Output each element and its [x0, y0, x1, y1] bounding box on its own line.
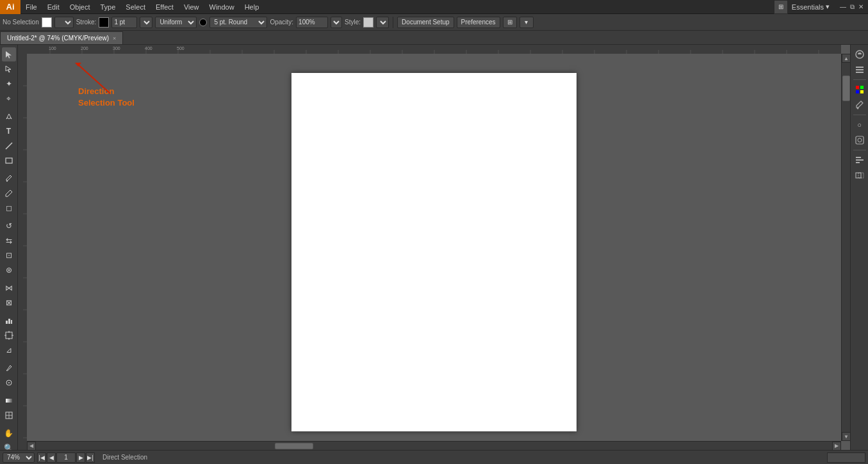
menu-window[interactable]: Window	[204, 0, 240, 13]
line-tool[interactable]	[2, 139, 16, 153]
document-setup-button[interactable]: Document Setup	[397, 17, 454, 28]
svg-point-12	[8, 382, 10, 383]
canvas-viewport[interactable]: Direction Selection Tool	[27, 54, 841, 450]
eraser-tool[interactable]: ◻	[2, 201, 16, 215]
scroll-thumb-v[interactable]	[842, 76, 850, 101]
style-select[interactable]	[376, 17, 389, 28]
zoom-select[interactable]: 74%	[3, 452, 35, 463]
artboard-tool[interactable]	[2, 328, 16, 342]
document-tab[interactable]: Untitled-2* @ 74% (CMYK/Preview) ×	[0, 31, 123, 44]
tab-close[interactable]: ×	[113, 35, 116, 42]
menu-effect[interactable]: Effect	[151, 0, 179, 13]
tab-title: Untitled-2* @ 74% (CMYK/Preview)	[7, 35, 109, 42]
panel-swatches-btn[interactable]	[853, 83, 867, 97]
reflect-tool[interactable]: ⇆	[2, 234, 16, 248]
scroll-right-arrow[interactable]: ▶	[832, 442, 841, 451]
symbol-tool[interactable]: ⊠	[2, 296, 16, 310]
uniform-select[interactable]: Uniform	[155, 17, 197, 28]
brush-select[interactable]: 5 pt. Round	[209, 17, 267, 28]
page-nav: |◀ ◀ ▶ ▶|	[37, 452, 95, 463]
first-page-btn[interactable]: |◀	[37, 452, 46, 463]
paintbrush-tool[interactable]	[2, 172, 16, 186]
left-toolbar: ✦ ⌖ T ◻ ↺ ⇆ ⊡ ⊛ ⋈ ⊠	[0, 45, 18, 450]
menu-edit[interactable]: Edit	[42, 0, 65, 13]
panel-brushes-btn[interactable]	[853, 98, 867, 112]
menu-bar: Ai File Edit Object Type Select Effect V…	[0, 0, 868, 14]
ruler-horizontal: 100 200 300 400 500	[18, 45, 841, 54]
fill-swatch[interactable]	[42, 17, 52, 28]
more-options-btn[interactable]: ▾	[520, 17, 534, 28]
status-text: Direct Selection	[102, 454, 147, 461]
zoom-tool[interactable]: 🔍	[2, 441, 16, 450]
opacity-select[interactable]	[331, 17, 342, 28]
svg-text:500: 500	[177, 46, 184, 51]
arrange-icon-btn[interactable]: ⊞	[503, 17, 517, 28]
preferences-button[interactable]: Preferences	[457, 17, 500, 28]
menu-type[interactable]: Type	[95, 0, 121, 13]
scroll-track-h[interactable]	[36, 443, 832, 449]
menu-view[interactable]: View	[179, 0, 204, 13]
direct-selection-tool[interactable]	[2, 62, 16, 76]
blend-tool[interactable]: ⋈	[2, 281, 16, 295]
next-page-btn[interactable]: ▶	[76, 452, 85, 463]
type-tool[interactable]: T	[2, 124, 16, 138]
menu-help[interactable]: Help	[240, 0, 265, 13]
slice-tool[interactable]: ⊿	[2, 343, 16, 357]
prev-page-btn[interactable]: ◀	[47, 452, 56, 463]
menu-items: File Edit Object Type Select Effect View…	[20, 0, 264, 13]
scroll-up-arrow[interactable]: ▲	[842, 54, 850, 63]
workspace-icon-btn[interactable]: ⊞	[774, 0, 788, 14]
scroll-down-arrow[interactable]: ▼	[842, 432, 850, 441]
scale-tool[interactable]: ⊡	[2, 248, 16, 262]
svg-rect-72	[856, 136, 864, 144]
page-input[interactable]	[56, 452, 76, 463]
mesh-tool[interactable]	[2, 408, 16, 422]
scroll-thumb-h[interactable]	[275, 443, 313, 449]
selection-tool[interactable]	[2, 47, 16, 61]
hand-tool[interactable]: ✋	[2, 426, 16, 440]
artboard[interactable]	[291, 73, 577, 431]
scroll-track-v[interactable]	[842, 63, 850, 432]
essentials-button[interactable]: Essentials ▾	[788, 3, 833, 11]
panel-layers-btn[interactable]	[853, 63, 867, 77]
panel-sep3	[853, 150, 866, 150]
stroke-swatch[interactable]	[99, 17, 109, 28]
eyedropper-tool[interactable]	[2, 361, 16, 375]
stroke-select[interactable]	[140, 17, 152, 28]
stroke-value[interactable]	[111, 17, 137, 28]
svg-rect-68	[860, 86, 864, 89]
menu-select[interactable]: Select	[120, 0, 151, 13]
scroll-left-arrow[interactable]: ◀	[27, 442, 36, 451]
warp-tool[interactable]: ⊛	[2, 263, 16, 277]
style-swatch[interactable]	[363, 17, 373, 28]
panel-symbols-btn[interactable]: ○	[853, 118, 867, 132]
lasso-tool[interactable]: ⌖	[2, 92, 16, 106]
minimize-button[interactable]: —	[839, 3, 848, 12]
fill-select[interactable]	[54, 17, 74, 28]
panel-transform-btn[interactable]	[853, 168, 867, 182]
close-button[interactable]: ✕	[856, 3, 865, 12]
last-page-btn[interactable]: ▶|	[86, 452, 95, 463]
column-graph-tool[interactable]	[2, 314, 16, 328]
measure-tool[interactable]	[2, 376, 16, 390]
pen-tool[interactable]	[2, 109, 16, 124]
menu-object[interactable]: Object	[65, 0, 95, 13]
restore-button[interactable]: ⧉	[848, 3, 856, 12]
menu-file[interactable]: File	[20, 0, 42, 13]
panel-color-btn[interactable]	[853, 47, 867, 61]
opacity-value[interactable]	[296, 17, 328, 28]
horizontal-scrollbar[interactable]: ◀ ▶	[27, 441, 841, 450]
no-selection-label: No Selection	[3, 19, 39, 26]
magic-wand-tool[interactable]: ✦	[2, 77, 16, 91]
canvas-area[interactable]: 100 200 300 400 500	[18, 45, 850, 450]
ruler-vertical	[18, 54, 27, 450]
pencil-tool[interactable]	[2, 186, 16, 200]
rotate-tool[interactable]: ↺	[2, 219, 16, 233]
rect-tool[interactable]	[2, 154, 16, 168]
essentials-label: Essentials	[792, 3, 824, 11]
gradient-tool[interactable]	[2, 394, 16, 408]
vertical-scrollbar[interactable]: ▲ ▼	[841, 54, 850, 441]
panel-graphic-styles-btn[interactable]	[853, 133, 867, 147]
svg-rect-4	[8, 319, 10, 324]
panel-align-btn[interactable]	[853, 153, 867, 167]
